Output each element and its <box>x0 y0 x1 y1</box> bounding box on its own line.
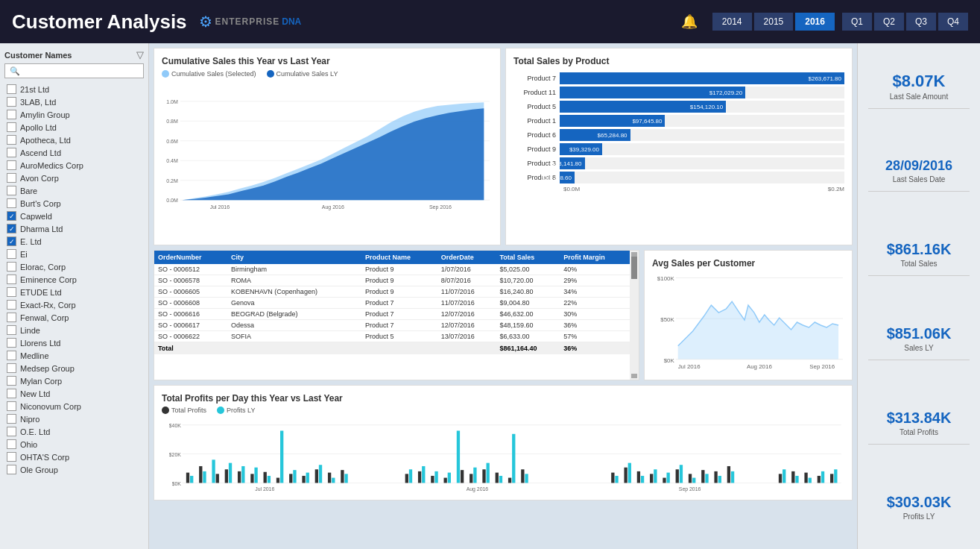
stat-total-sales-label: Total Sales <box>868 260 970 268</box>
sidebar-item[interactable]: 21st Ltd <box>4 83 144 95</box>
sidebar-item[interactable]: ✓Dharma Ltd <box>4 222 144 235</box>
svg-rect-84 <box>663 478 666 483</box>
bar-fill: $172,029.20 <box>560 87 745 98</box>
sidebar-checkbox[interactable]: ✓ <box>7 224 16 233</box>
sidebar-item[interactable]: Linde <box>4 324 144 336</box>
sidebar-item[interactable]: OHTA'S Corp <box>4 451 144 463</box>
sidebar-item[interactable]: ✓E. Ltd <box>4 235 144 248</box>
sidebar-checkbox[interactable] <box>7 351 16 360</box>
sidebar-item[interactable]: Medline <box>4 349 144 362</box>
sidebar-item[interactable]: Fenwal, Corp <box>4 311 144 324</box>
table-cell-margin: 29% <box>560 275 630 286</box>
sidebar-checkbox[interactable] <box>7 122 16 132</box>
sidebar-checkbox[interactable] <box>7 439 16 449</box>
svg-rect-76 <box>611 473 614 483</box>
bar-fill: $65,284.80 <box>560 129 630 141</box>
sidebar-item-label: Dharma Ltd <box>20 225 63 233</box>
sidebar-item[interactable]: New Ltd <box>4 387 144 400</box>
sidebar-item[interactable]: Niconovum Corp <box>4 400 144 412</box>
sidebar-checkbox[interactable] <box>7 300 16 310</box>
svg-text:$20K: $20K <box>169 452 182 457</box>
sidebar-checkbox[interactable] <box>7 376 16 386</box>
sidebar-item[interactable]: Ohio <box>4 438 144 451</box>
sidebar-item[interactable]: ✓Capweld <box>4 210 144 222</box>
table-cell-city: Genova <box>227 298 361 309</box>
table-scrollbar[interactable] <box>630 251 639 380</box>
sidebar-checkbox[interactable]: ✓ <box>7 236 16 246</box>
svg-rect-74 <box>521 469 524 483</box>
table-cell-date: 11/07/2016 <box>437 286 496 298</box>
sidebar-item[interactable]: Medsep Group <box>4 362 144 374</box>
svg-rect-40 <box>250 474 253 483</box>
col-city: City <box>227 251 361 264</box>
sidebar-checkbox[interactable] <box>7 173 16 183</box>
sidebar-checkbox[interactable] <box>7 97 16 107</box>
sidebar-checkbox[interactable] <box>7 325 16 335</box>
svg-rect-54 <box>341 470 344 483</box>
sidebar-checkbox[interactable] <box>7 262 16 272</box>
bottom-row: Total Profits per Day this Year vs Last … <box>154 385 853 501</box>
sidebar-checkbox[interactable] <box>7 160 16 170</box>
sidebar-item[interactable]: Ole Group <box>4 463 144 476</box>
sidebar-checkbox[interactable] <box>7 465 16 474</box>
q1-button[interactable]: Q1 <box>842 13 872 31</box>
sidebar-checkbox[interactable] <box>7 363 16 373</box>
q4-button[interactable]: Q4 <box>938 13 968 31</box>
svg-rect-50 <box>315 469 318 483</box>
sidebar-checkbox[interactable] <box>7 198 16 208</box>
sidebar-checkbox[interactable] <box>7 452 16 462</box>
cumulative-legend: Cumulative Sales (Selected) Cumulative S… <box>162 70 493 78</box>
sidebar-checkbox[interactable] <box>7 148 16 157</box>
sidebar-filter-icon[interactable]: ▽ <box>136 49 144 60</box>
year-2014-button[interactable]: 2014 <box>712 13 752 31</box>
sidebar-checkbox[interactable] <box>7 135 16 145</box>
sidebar-checkbox[interactable] <box>7 338 16 348</box>
q3-button[interactable]: Q3 <box>906 13 936 31</box>
sidebar-item[interactable]: Amylin Group <box>4 108 144 121</box>
bar-fill: $13,788.60 <box>560 172 575 183</box>
sidebar-item[interactable]: O.E. Ltd <box>4 425 144 438</box>
sidebar-item[interactable]: Llorens Ltd <box>4 336 144 349</box>
sidebar-checkbox[interactable] <box>7 427 16 436</box>
year-2016-button[interactable]: 2016 <box>795 13 835 31</box>
sidebar-checkbox[interactable] <box>7 389 16 398</box>
sidebar-checkbox[interactable] <box>7 401 16 411</box>
table-cell-sales: $48,159.60 <box>496 320 560 331</box>
sidebar-item[interactable]: Elorac, Corp <box>4 260 144 273</box>
sidebar-item[interactable]: Burt's Corp <box>4 197 144 210</box>
sidebar-item[interactable]: Ei <box>4 248 144 260</box>
sidebar-item[interactable]: AuroMedics Corp <box>4 159 144 172</box>
sidebar-item[interactable]: Bare <box>4 184 144 197</box>
sidebar-checkbox[interactable] <box>7 313 16 322</box>
sidebar-checkbox[interactable] <box>7 84 16 94</box>
profits-legend: Total Profits Profits LY <box>162 407 844 414</box>
svg-rect-72 <box>508 478 511 483</box>
sidebar-checkbox[interactable] <box>7 274 16 284</box>
svg-rect-91 <box>705 474 708 483</box>
sidebar-item[interactable]: 3LAB, Ltd <box>4 95 144 108</box>
sidebar-item[interactable]: Exact-Rx, Corp <box>4 298 144 311</box>
sidebar-checkbox[interactable]: ✓ <box>7 211 16 221</box>
sidebar-checkbox[interactable] <box>7 186 16 195</box>
svg-rect-31 <box>190 476 193 483</box>
notification-icon[interactable]: 🔔 <box>681 13 698 30</box>
search-input[interactable] <box>4 63 144 78</box>
stat-total-profits: $313.84K Total Profits <box>868 402 970 445</box>
sidebar-checkbox[interactable] <box>7 287 16 297</box>
sidebar-item[interactable]: Avon Corp <box>4 172 144 184</box>
sidebar-item[interactable]: Nipro <box>4 412 144 425</box>
q2-button[interactable]: Q2 <box>874 13 904 31</box>
table-cell-order: SO - 0006622 <box>154 331 227 342</box>
sidebar-item[interactable]: Eminence Corp <box>4 273 144 286</box>
svg-rect-78 <box>624 468 627 483</box>
sidebar-checkbox[interactable] <box>7 249 16 259</box>
sidebar-checkbox[interactable] <box>7 110 16 119</box>
table-cell-product: Product 9 <box>361 275 437 286</box>
sidebar-item[interactable]: Apotheca, Ltd <box>4 134 144 146</box>
sidebar-item[interactable]: Apollo Ltd <box>4 121 144 134</box>
sidebar-item[interactable]: Mylan Corp <box>4 374 144 387</box>
year-2015-button[interactable]: 2015 <box>754 13 794 31</box>
sidebar-item[interactable]: ETUDE Ltd <box>4 286 144 298</box>
sidebar-checkbox[interactable] <box>7 414 16 424</box>
sidebar-item[interactable]: Ascend Ltd <box>4 146 144 159</box>
